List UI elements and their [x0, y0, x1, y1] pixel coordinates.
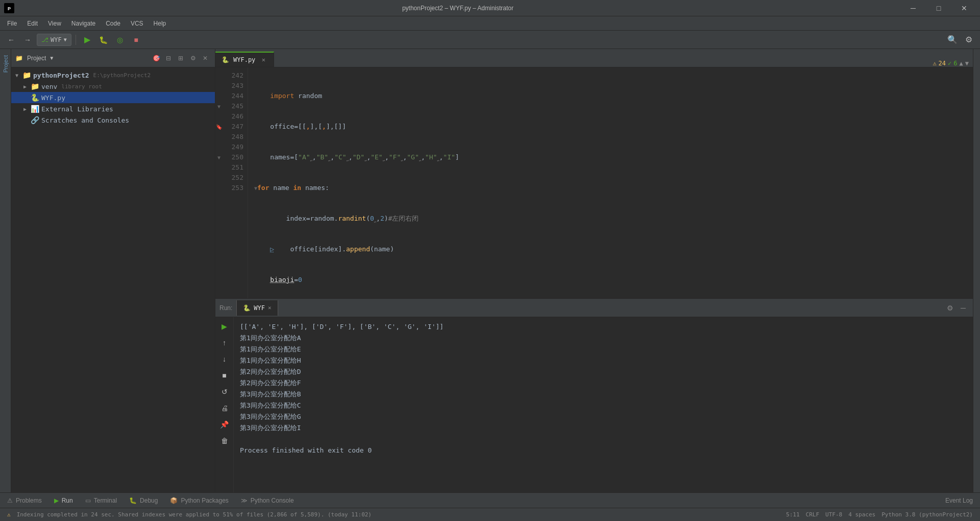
run-pin-button[interactable]: 📌 [217, 417, 232, 432]
menu-help[interactable]: Help [149, 18, 172, 29]
bottom-tab-python-console[interactable]: ≫ Python Console [236, 494, 299, 507]
run-tab-wyf[interactable]: 🐍 WYF ✕ [236, 300, 278, 316]
python-packages-label: Python Packages [181, 497, 228, 504]
tree-scratches[interactable]: ▶ 🔗 Scratches and Consoles [11, 114, 215, 126]
tree-root[interactable]: ▼ 📁 pythonProject2 E:\pythonProject2 [11, 69, 215, 81]
status-position[interactable]: 5:11 [783, 511, 803, 518]
run-scroll-down-button[interactable]: ↓ [217, 352, 232, 366]
code-editor[interactable]: ▼ 🔖 ▼ 242 243 244 245 246 247 248 249 [215, 67, 973, 298]
collapse-icon[interactable]: ▼ [965, 60, 969, 67]
tree-wyf-py[interactable]: ▶ 🐍 WYF.py [11, 92, 215, 103]
code-content[interactable]: import random office=[[,],[,],[]] names=… [248, 67, 973, 298]
gutter-244 [215, 91, 223, 101]
code-line-248: biaoji=0 [254, 275, 967, 285]
settings-button[interactable]: ⚙ [962, 33, 976, 47]
expand-icon[interactable]: ▲ [960, 60, 963, 67]
project-tree: ▼ 📁 pythonProject2 E:\pythonProject2 ▶ 📁… [11, 67, 215, 492]
debug-button[interactable]: 🐛 [96, 33, 111, 47]
project-hide-button[interactable]: ✕ [200, 53, 211, 64]
run-tab-label: WYF [254, 304, 265, 312]
bottom-tab-terminal[interactable]: ▭ Terminal [80, 494, 122, 507]
gutter-243 [215, 81, 223, 91]
main-content: Project 📁 Project ▼ 🎯 ⊟ ⊞ ⚙ ✕ ▼ 📁 python… [0, 49, 980, 492]
bottom-tab-run[interactable]: ▶ Run [49, 494, 78, 507]
expand-all-button[interactable]: ⊞ [175, 53, 186, 64]
scratches-icon: 🔗 [31, 116, 39, 124]
gutter-markers: ▼ 🔖 ▼ [215, 67, 223, 298]
bottom-tab-problems[interactable]: ⚠ Problems [2, 494, 47, 507]
py-file-icon: 🐍 [31, 93, 39, 102]
profile-button[interactable]: ◎ [113, 33, 127, 47]
close-button[interactable]: ✕ [952, 0, 976, 16]
run-scroll-up-button[interactable]: ↑ [217, 336, 232, 350]
project-tab-vertical[interactable]: Project [2, 51, 10, 77]
tree-venv[interactable]: ▶ 📁 venv library root [11, 81, 215, 92]
locate-file-button[interactable]: 🎯 [151, 53, 162, 64]
run-stop-button[interactable]: ■ [217, 368, 232, 383]
toolbar-back[interactable]: ← [4, 33, 18, 47]
output-line-10: 第3间办公室分配给I [240, 422, 967, 434]
search-everywhere-button[interactable]: 🔍 [945, 33, 960, 47]
status-indent[interactable]: 4 spaces [845, 511, 878, 518]
line-num-252: 252 [223, 173, 243, 183]
minimize-button[interactable]: ─ [901, 0, 925, 16]
menu-navigate[interactable]: Navigate [66, 18, 101, 29]
collapse-all-button[interactable]: ⊟ [163, 53, 174, 64]
branch-dropdown-icon: ▼ [64, 37, 67, 42]
output-line-2: 第1间办公室分配给A [240, 333, 967, 344]
run-label-bottom: Run [62, 497, 73, 504]
gutter-245[interactable]: ▼ [215, 101, 223, 111]
line-numbers: 242 243 244 245 246 247 248 249 250 251 … [223, 67, 248, 298]
run-tab-close[interactable]: ✕ [268, 304, 272, 311]
terminal-icon: ▭ [85, 497, 91, 504]
gutter-250[interactable]: ▼ [215, 152, 223, 162]
menu-view[interactable]: View [43, 18, 66, 29]
stop-button[interactable]: ■ [129, 33, 143, 47]
menu-code[interactable]: Code [101, 18, 126, 29]
toolbar: ← → ⎇ WYF ▼ ▶ 🐛 ◎ ■ 🔍 ⚙ [0, 31, 980, 49]
editor-area: 🐍 WYF.py ✕ ⚠ 24 ✓ 6 ▲ ▼ ▼ 🔖 [215, 49, 973, 492]
editor-tab-wyf[interactable]: 🐍 WYF.py ✕ [215, 52, 274, 67]
python-packages-icon: 📦 [170, 497, 178, 504]
gutter-247: 🔖 [215, 122, 223, 132]
run-label: Run: [219, 304, 232, 312]
status-python-version[interactable]: Python 3.8 (pythonProject2) [878, 511, 976, 518]
status-encoding[interactable]: UTF-8 [822, 511, 845, 518]
tree-external-libs[interactable]: ▶ 📊 External Libraries [11, 103, 215, 114]
gutter-249 [215, 142, 223, 152]
run-hide-button[interactable]: ─ [958, 302, 969, 314]
code-line-244: names=["A"↵,"B"↵,"C"↵,"D"↵,"E"↵,"F"↵,"G"… [254, 152, 967, 162]
menu-file[interactable]: File [2, 18, 22, 29]
root-chevron: ▼ [15, 73, 20, 78]
code-line-243: office=[[,],[,],[]] [254, 122, 967, 132]
bottom-tab-event-log[interactable]: Event Log [940, 494, 978, 507]
tab-close-wyf[interactable]: ✕ [259, 56, 267, 64]
menu-vcs[interactable]: VCS [126, 18, 149, 29]
project-dropdown-icon[interactable]: ▼ [50, 55, 53, 61]
run-button[interactable]: ▶ [80, 33, 94, 47]
run-print-button[interactable]: 🖨 [217, 401, 232, 415]
indent-text: 4 spaces [848, 511, 875, 518]
run-rerun-button[interactable]: ↺ [217, 385, 232, 399]
menu-edit[interactable]: Edit [22, 18, 43, 29]
run-trash-button[interactable]: 🗑 [217, 434, 232, 448]
maximize-button[interactable]: □ [927, 0, 950, 16]
venv-sublabel: library root [61, 83, 102, 90]
branch-icon: ⎇ [41, 36, 48, 43]
run-settings-button[interactable]: ⚙ [944, 302, 955, 314]
warning-count: 24 [939, 60, 946, 67]
code-line-246: index=random.randint(0↵,2)#左闭右闭 [254, 214, 967, 224]
project-settings-button[interactable]: ⚙ [187, 53, 199, 64]
bottom-tab-python-packages[interactable]: 📦 Python Packages [165, 494, 233, 507]
project-title: Project [27, 55, 46, 62]
output-line-5: 第2间办公室分配给D [240, 366, 967, 377]
status-indexing[interactable]: Indexing completed in 24 sec. Shared ind… [14, 508, 375, 521]
branch-selector[interactable]: ⎇ WYF ▼ [37, 34, 71, 46]
toolbar-forward[interactable]: → [20, 33, 35, 47]
status-line-ending[interactable]: CRLF [803, 511, 823, 518]
wyf-chevron: ▶ [23, 95, 29, 101]
problems-label: Problems [16, 497, 42, 504]
run-play-button[interactable]: ▶ [217, 319, 232, 334]
bottom-tab-debug[interactable]: 🐛 Debug [124, 494, 163, 507]
line-num-244: 244 [223, 91, 243, 101]
